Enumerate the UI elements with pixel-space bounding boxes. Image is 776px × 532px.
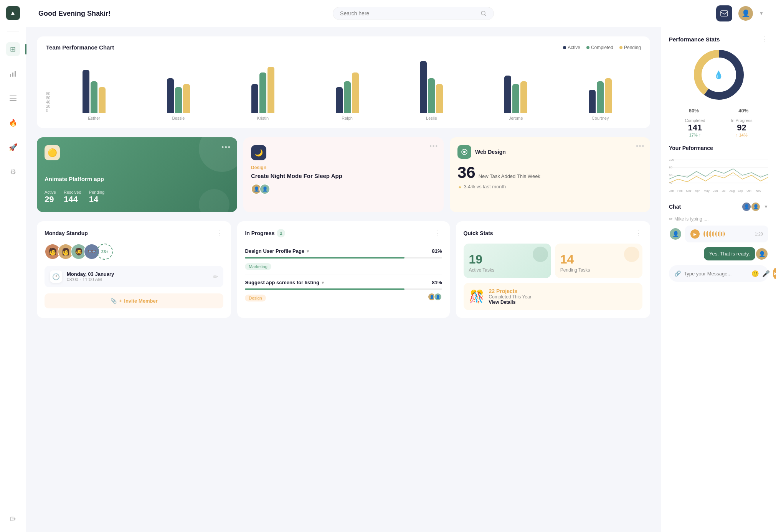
- standup-edit-icon[interactable]: ✏: [213, 273, 218, 280]
- bar-ralph-green: [344, 81, 351, 113]
- sidebar-item-dashboard[interactable]: ⊞: [6, 42, 20, 56]
- legend-pending-label: Pending: [624, 45, 641, 50]
- wave-14: [723, 231, 723, 237]
- sidebar-item-fire[interactable]: 🔥: [6, 116, 20, 130]
- projects-box: 🎊 22 Projects Completed This Year View D…: [464, 283, 642, 310]
- wave-5: [709, 232, 710, 236]
- sidebar-item-list[interactable]: [6, 91, 20, 105]
- stat-box-pending: 14 Pending Tasks: [555, 244, 642, 278]
- send-button[interactable]: ➤: [773, 268, 776, 279]
- design-card-more[interactable]: •••: [429, 143, 438, 150]
- webdesign-card-icon: [457, 145, 471, 159]
- pending-tasks-label: Pending Tasks: [560, 267, 637, 273]
- webdesign-card-desc: New Task Added This Week: [479, 173, 540, 179]
- chat-header: Chat 👤 👤 ▼: [669, 202, 768, 212]
- bar-bessie-green: [175, 87, 182, 113]
- projects-count: 22 Projects: [489, 288, 532, 294]
- progress-task-1-header: Design User Profile Page ▼ 81%: [245, 248, 442, 254]
- wave-8: [713, 231, 714, 237]
- chart-bars-container: Esther Bessie: [53, 55, 641, 120]
- svg-rect-7: [721, 11, 728, 16]
- animate-card-more[interactable]: •••: [221, 143, 231, 152]
- performance-stats-section: Performance Stats ⋮ 💧: [669, 35, 768, 137]
- design-card-icon: 🌙: [251, 145, 266, 160]
- inprogress-more[interactable]: ⋮: [434, 229, 442, 237]
- chat-input[interactable]: [684, 271, 748, 277]
- webdesign-card-more[interactable]: •••: [636, 143, 645, 150]
- chart-group-kristin: Kristin: [222, 55, 304, 120]
- svg-rect-5: [10, 100, 17, 101]
- svg-text:Feb: Feb: [677, 189, 683, 193]
- sidebar-item-rocket[interactable]: 🚀: [6, 140, 20, 154]
- quickstats-card: Quick Stats ⋮ 19 Active Tasks 14 Pending: [456, 221, 650, 318]
- completed-change: 17% ↑: [685, 133, 705, 137]
- mic-icon[interactable]: 🎤: [762, 270, 770, 277]
- inprogress-label: In Progress: [731, 118, 752, 123]
- search-input[interactable]: [340, 10, 477, 16]
- header-search-bar[interactable]: [333, 7, 494, 20]
- chart-title: Team Performance Chart: [46, 44, 114, 51]
- donut-stat-completed: Completed 141 17% ↑: [685, 118, 705, 137]
- animate-card-icon: 🟡: [45, 145, 60, 160]
- svg-point-9: [463, 151, 466, 153]
- projects-emoji: 🎊: [469, 289, 484, 304]
- emoji-icon[interactable]: 🙂: [751, 270, 759, 277]
- bar-esther-dark: [83, 70, 89, 113]
- header-greeting: Good Evening Shakir!: [38, 10, 111, 18]
- bar-leslie-gold: [436, 84, 443, 113]
- legend-completed-dot: [586, 46, 589, 49]
- right-panel: Performance Stats ⋮ 💧: [661, 27, 776, 532]
- animate-stat-pending: Pending 14: [89, 190, 104, 204]
- bar-ralph-dark: [336, 87, 343, 113]
- avatar-dropdown-chevron[interactable]: ▼: [759, 11, 764, 16]
- progress-bar-2: [245, 288, 405, 290]
- bar-courtney-dark: [589, 90, 596, 113]
- sidebar-item-settings[interactable]: ⚙: [6, 165, 20, 179]
- animate-card-title: Animate Platform app: [45, 176, 229, 182]
- user-avatar[interactable]: 👤: [738, 6, 753, 21]
- messages-button[interactable]: [716, 5, 732, 21]
- bar-courtney-gold: [605, 78, 612, 113]
- svg-text:Nov: Nov: [756, 189, 761, 193]
- chart-label-jerome: Jerome: [509, 116, 523, 120]
- chat-own-avatar: 👤: [755, 247, 768, 260]
- header: Good Evening Shakir! 👤 ▼: [26, 0, 776, 27]
- chat-section: Chat 👤 👤 ▼ ✏ Mike is typing .... 👤 ▶: [669, 202, 768, 282]
- legend-completed-label: Completed: [591, 45, 613, 50]
- quickstats-header: Quick Stats ⋮: [464, 229, 642, 237]
- chart-label-kristin: Kristin: [257, 116, 269, 120]
- perf-stats-more[interactable]: ⋮: [761, 35, 768, 43]
- inprogress-count-badge: 2: [277, 229, 285, 237]
- main-wrapper: Good Evening Shakir! 👤 ▼ Team Performanc…: [26, 0, 776, 532]
- chat-dropdown-chevron[interactable]: ▼: [764, 204, 768, 209]
- animate-stat-resolved: Resolved 144: [64, 190, 81, 204]
- pending-deco: [624, 247, 639, 262]
- sidebar-divider: [7, 31, 19, 31]
- svg-text:Apr: Apr: [695, 189, 700, 193]
- projects-view-details[interactable]: View Details: [489, 300, 532, 305]
- svg-text:80: 80: [669, 166, 672, 169]
- standup-more[interactable]: ⋮: [216, 229, 223, 237]
- design-card: ••• 🌙 Design Create Night Mode For Sleep…: [243, 137, 444, 212]
- quickstats-more[interactable]: ⋮: [635, 229, 642, 237]
- invite-member-button[interactable]: 📎 + Invite Member: [45, 293, 223, 308]
- wave-11: [718, 232, 719, 236]
- inprogress-header: In Progress 2 ⋮: [245, 229, 442, 237]
- wave-13: [721, 232, 722, 236]
- quickstats-title: Quick Stats: [464, 230, 493, 236]
- svg-text:Oct: Oct: [746, 189, 751, 193]
- inprogress-card: In Progress 2 ⋮ Design User Profile Page…: [237, 221, 449, 318]
- svg-text:60: 60: [669, 173, 672, 177]
- task-2-avatar-2: 👤: [434, 293, 442, 301]
- chat-message-sent: Yes. That is ready. 👤: [669, 247, 768, 260]
- sidebar-item-chart[interactable]: [6, 67, 20, 81]
- active-tasks-label: Active Tasks: [469, 267, 546, 273]
- chart-label-bessie: Bessie: [172, 116, 185, 120]
- play-button[interactable]: ▶: [690, 229, 700, 239]
- svg-text:Jan: Jan: [669, 189, 674, 193]
- sidebar-item-logout[interactable]: [6, 512, 20, 526]
- progress-bar-1: [245, 257, 405, 259]
- inprogress-value: 92: [731, 123, 752, 133]
- legend-active-dot: [563, 46, 566, 49]
- bar-courtney-green: [597, 81, 604, 113]
